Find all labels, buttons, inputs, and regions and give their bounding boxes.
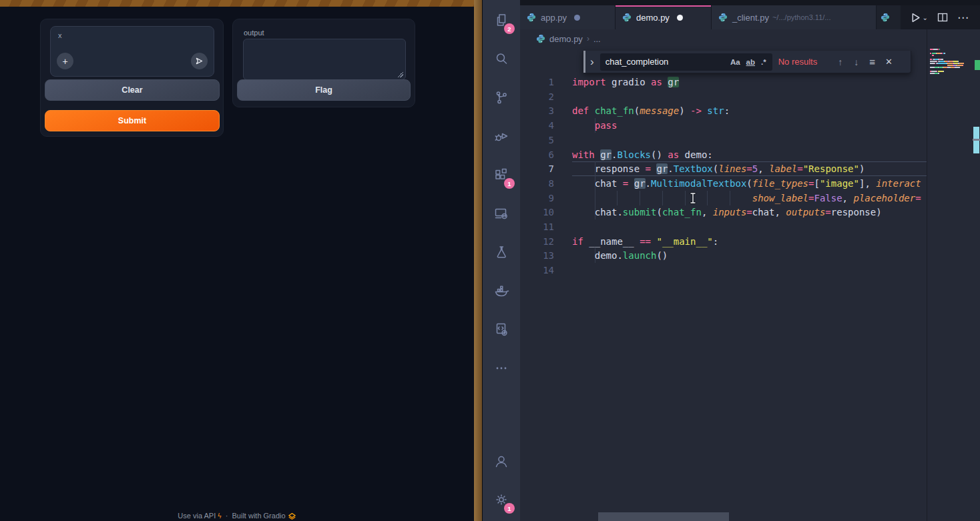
line-number: 6 bbox=[520, 147, 572, 162]
accounts-activity-button[interactable] bbox=[483, 442, 520, 480]
find-widget-sash[interactable] bbox=[583, 51, 585, 73]
code-line-2[interactable]: 2 bbox=[520, 89, 927, 104]
lightning-icon: ϟ bbox=[218, 512, 221, 520]
output-label: output bbox=[244, 29, 264, 37]
tab-app-py[interactable]: app.py bbox=[520, 5, 616, 29]
gradio-logo-icon bbox=[288, 512, 296, 520]
run-debug-activity-button[interactable] bbox=[483, 117, 520, 155]
split-editor-icon bbox=[937, 12, 948, 23]
run-debug-icon bbox=[493, 128, 509, 144]
find-input-wrap: Aa ab .* bbox=[600, 53, 772, 71]
line-number: 7 bbox=[520, 161, 572, 176]
modified-dot-icon[interactable] bbox=[677, 15, 683, 21]
accounts-icon bbox=[493, 453, 509, 469]
line-number: 8 bbox=[520, 176, 572, 191]
flag-button[interactable]: Flag bbox=[237, 79, 411, 101]
line-number: 11 bbox=[520, 219, 572, 234]
extensions-activity-button[interactable]: 1 bbox=[483, 155, 520, 194]
line-number: 12 bbox=[520, 234, 572, 249]
code-line-12[interactable]: 12if __name__ == "__main__": bbox=[520, 234, 927, 249]
code-line-1[interactable]: 1import gradio as gr bbox=[520, 75, 927, 89]
run-python-button[interactable]: ⌄ bbox=[910, 12, 928, 23]
modified-dot-icon[interactable] bbox=[574, 15, 580, 21]
code-line-11[interactable]: 11 bbox=[520, 219, 927, 234]
remote-explorer-icon bbox=[493, 205, 509, 221]
match-case-icon[interactable]: Aa bbox=[730, 58, 740, 66]
find-input[interactable] bbox=[600, 57, 730, 67]
play-icon bbox=[910, 12, 921, 23]
minimap[interactable] bbox=[927, 29, 973, 521]
browser-top-stripe bbox=[0, 0, 474, 7]
remote-explorer-activity-button[interactable] bbox=[483, 194, 520, 233]
code-line-5[interactable]: 5 bbox=[520, 133, 927, 147]
regex-icon[interactable]: .* bbox=[761, 58, 766, 66]
explorer-activity-button[interactable]: 2 bbox=[483, 1, 520, 39]
overview-ruler[interactable] bbox=[973, 29, 980, 521]
find-in-selection-button[interactable]: ≡ bbox=[869, 56, 875, 67]
badge-count: 2 bbox=[504, 23, 515, 34]
line-number: 1 bbox=[520, 75, 572, 89]
clear-button[interactable]: Clear bbox=[45, 79, 220, 101]
tab-hidden-partial[interactable] bbox=[877, 5, 891, 29]
code-editor[interactable]: 1import gradio as gr23def chat_fn(messag… bbox=[520, 29, 980, 521]
docker-icon bbox=[493, 283, 509, 299]
submit-button[interactable]: Submit bbox=[45, 110, 220, 131]
tab-demo-py[interactable]: demo.py bbox=[616, 5, 712, 29]
next-match-button[interactable]: ↓ bbox=[854, 57, 859, 67]
line-number: 4 bbox=[520, 118, 572, 133]
attach-file-button[interactable]: + bbox=[57, 53, 73, 69]
find-widget: › Aa ab .* No results ↑ ↓ ≡ ✕ bbox=[583, 51, 911, 73]
whole-word-icon[interactable]: ab bbox=[746, 58, 755, 66]
editor-title-band bbox=[520, 0, 980, 5]
built-with-gradio-link[interactable]: Built with Gradio bbox=[232, 512, 285, 520]
flag-button-label: Flag bbox=[315, 85, 332, 95]
close-find-button[interactable]: ✕ bbox=[885, 57, 893, 67]
code-line-13[interactable]: 13 demo.launch() bbox=[520, 248, 927, 263]
mouse-ibeam-cursor bbox=[689, 192, 697, 204]
code-line-6[interactable]: 6with gr.Blocks() as demo: bbox=[520, 147, 927, 162]
code-line-4[interactable]: 4 pass bbox=[520, 118, 927, 133]
overview-marker-green bbox=[975, 60, 980, 70]
horizontal-scrollbar[interactable] bbox=[598, 512, 729, 521]
testing-activity-button[interactable] bbox=[483, 233, 520, 272]
more-activity-button[interactable] bbox=[483, 349, 520, 388]
line-number: 9 bbox=[520, 191, 572, 205]
python-file-icon bbox=[527, 13, 536, 22]
input-label: x bbox=[58, 31, 62, 39]
task-runner-activity-button[interactable] bbox=[483, 310, 520, 349]
footer-separator: · bbox=[226, 512, 228, 520]
output-textarea[interactable] bbox=[243, 39, 406, 80]
more-icon bbox=[493, 360, 509, 376]
clear-button-label: Clear bbox=[121, 85, 142, 95]
use-via-api-link[interactable]: Use via API bbox=[178, 512, 216, 520]
previous-match-button[interactable]: ↑ bbox=[838, 57, 842, 67]
settings-activity-button[interactable]: 1 bbox=[483, 480, 520, 519]
code-line-7[interactable]: 7 response = gr.Textbox(lines=5, label="… bbox=[520, 161, 927, 176]
badge-count: 1 bbox=[504, 178, 515, 189]
line-number: 3 bbox=[520, 103, 572, 118]
source-control-activity-button[interactable] bbox=[483, 78, 520, 117]
badge-count: 1 bbox=[504, 503, 515, 514]
submit-arrow-button[interactable] bbox=[191, 53, 208, 69]
line-number: 10 bbox=[520, 205, 572, 219]
multimodal-input[interactable]: x + bbox=[50, 26, 214, 77]
code-line-14[interactable]: 14 bbox=[520, 263, 927, 278]
python-file-icon bbox=[881, 13, 890, 22]
line-number: 5 bbox=[520, 133, 572, 147]
chevron-down-icon[interactable]: ⌄ bbox=[923, 14, 928, 21]
testing-icon bbox=[493, 244, 509, 260]
more-actions-button[interactable]: ⋯ bbox=[957, 11, 969, 25]
split-editor-button[interactable] bbox=[937, 12, 948, 23]
search-activity-button[interactable] bbox=[483, 39, 520, 78]
find-results-status: No results bbox=[778, 57, 818, 67]
code-line-9[interactable]: 9 show_label=False, placeholder= bbox=[520, 191, 927, 205]
toggle-replace-chevron-icon[interactable]: › bbox=[590, 56, 594, 67]
code-line-8[interactable]: 8 chat = gr.MultimodalTextbox(file_types… bbox=[520, 176, 927, 191]
gradio-footer: Use via API ϟ · Built with Gradio bbox=[0, 512, 474, 520]
tab-label: _client.py bbox=[732, 13, 769, 23]
resize-grip-icon[interactable] bbox=[397, 71, 403, 77]
docker-activity-button[interactable] bbox=[483, 272, 520, 310]
tab-client-py[interactable]: _client.py ~/.../python3.11/... bbox=[712, 5, 877, 29]
code-line-3[interactable]: 3def chat_fn(message) -> str: bbox=[520, 103, 927, 118]
code-line-10[interactable]: 10 chat.submit(chat_fn, inputs=chat, out… bbox=[520, 205, 927, 219]
